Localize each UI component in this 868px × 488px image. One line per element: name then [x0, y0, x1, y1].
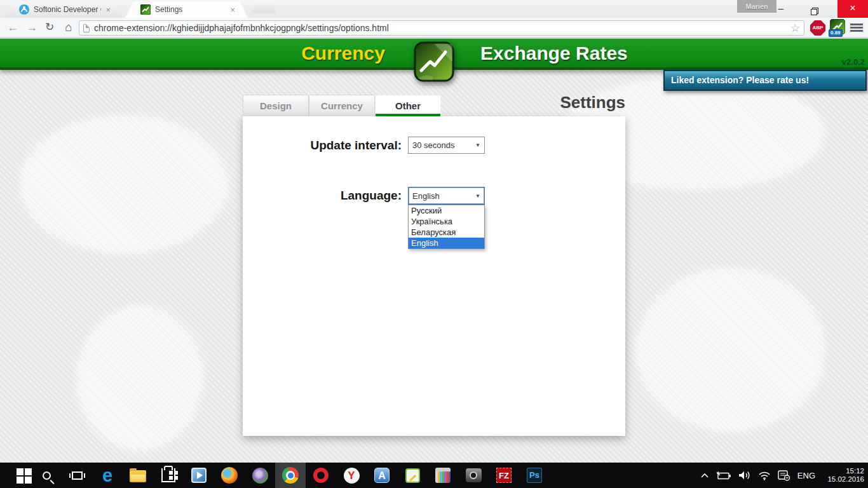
clock-date: 15.02.2016: [822, 475, 864, 484]
tab-close-icon[interactable]: ×: [105, 6, 111, 14]
battery-icon[interactable]: [716, 471, 731, 480]
action-center-icon[interactable]: [778, 470, 790, 481]
restore-icon: [811, 9, 817, 15]
tab-title: Softonic Developer Center: [34, 5, 101, 14]
taskbar-media-player[interactable]: [184, 463, 214, 488]
page-icon: [83, 24, 90, 32]
wifi-icon[interactable]: [758, 471, 771, 480]
tray-expand-chevron-icon[interactable]: [700, 472, 709, 478]
taskbar-clock[interactable]: 15:12 15.02.2016: [822, 467, 864, 484]
browser-tab-settings[interactable]: Settings ×: [125, 1, 248, 18]
volume-icon[interactable]: [738, 470, 751, 480]
map-decoration: [19, 114, 229, 254]
opera-icon: [313, 468, 329, 483]
minimize-button[interactable]: –: [766, 0, 796, 18]
photoshop-icon: Ps: [527, 468, 542, 483]
taskbar-opera[interactable]: [306, 463, 336, 488]
tab-title: Settings: [155, 5, 226, 14]
media-player-icon: [191, 468, 207, 483]
start-button[interactable]: [1, 463, 31, 488]
banner-title-currency: Currency: [280, 43, 407, 64]
browser-menu-icon[interactable]: [850, 24, 863, 32]
globe-browser-icon: [252, 468, 268, 484]
taskbar-avant[interactable]: A: [367, 463, 397, 488]
taskbar-windows-store[interactable]: [153, 463, 184, 488]
home-icon[interactable]: ⌂: [60, 18, 78, 37]
update-interval-value: 30 seconds: [412, 140, 455, 150]
map-decoration: [76, 305, 203, 451]
chevron-down-icon: ▼: [475, 193, 480, 199]
update-interval-label: Update interval:: [249, 139, 402, 152]
currency-app-icon: [414, 41, 454, 82]
browser-titlebar: Softonic Developer Center × Settings × M…: [0, 0, 868, 18]
softonic-favicon: [19, 4, 29, 15]
tab-currency[interactable]: Currency: [309, 95, 374, 116]
taskbar-tor-browser[interactable]: [245, 463, 275, 488]
banner-title-exchange-rates: Exchange Rates: [480, 43, 628, 64]
update-interval-select[interactable]: 30 seconds ▼: [408, 137, 485, 154]
chrome-icon: [282, 467, 299, 484]
browser-toolbar: ← → ↻ ⌂ chrome-extension://kghiedijjdpha…: [0, 18, 868, 38]
chevron-down-icon: ▼: [475, 142, 480, 148]
language-select[interactable]: English ▼: [408, 187, 485, 205]
map-decoration: [635, 267, 826, 432]
settings-page-title: Settings: [445, 93, 625, 112]
taskbar-file-explorer[interactable]: [123, 463, 153, 488]
adblock-plus-icon[interactable]: ABP: [810, 20, 825, 36]
tab-other[interactable]: Other: [376, 95, 440, 116]
taskbar-filezilla[interactable]: FZ: [489, 463, 519, 488]
extension-rate-badge: 0.89: [829, 29, 843, 37]
language-option[interactable]: Беларуская: [409, 227, 484, 238]
yandex-icon: Y: [344, 468, 360, 484]
taskbar-capture-tool[interactable]: [428, 463, 458, 488]
windows-taskbar: e Y A FZ Ps: [0, 463, 868, 488]
browser-tab-softonic[interactable]: Softonic Developer Center ×: [4, 1, 123, 18]
taskbar-firefox[interactable]: [214, 463, 245, 488]
screen: Softonic Developer Center × Settings × M…: [0, 0, 868, 488]
language-option[interactable]: Українська: [409, 216, 484, 227]
close-window-button[interactable]: ×: [837, 0, 868, 18]
task-view-icon: [72, 471, 83, 480]
taskbar-camera-tool[interactable]: [458, 463, 489, 488]
taskbar-notepad[interactable]: [397, 463, 428, 488]
bookmark-star-icon[interactable]: ☆: [790, 22, 800, 35]
taskbar-chrome-active[interactable]: [275, 463, 306, 488]
language-label: Language:: [249, 189, 402, 203]
clock-time: 15:12: [822, 467, 864, 476]
settings-panel: Update interval: 30 seconds ▼ Language: …: [243, 116, 625, 436]
taskbar-search-button[interactable]: [31, 463, 62, 488]
extension-options-page: Currency Exchange Rates v2.0.2 Liked ext…: [0, 38, 868, 463]
language-option[interactable]: Русский: [409, 205, 484, 216]
taskbar-photoshop[interactable]: Ps: [519, 463, 550, 488]
rate-us-banner[interactable]: Liked extension? Please rate us!: [663, 70, 867, 91]
language-option-selected[interactable]: English: [409, 238, 484, 248]
language-value: English: [412, 191, 440, 201]
task-view-button[interactable]: [62, 463, 92, 488]
taskbar-yandex[interactable]: Y: [336, 463, 367, 488]
edge-icon: e: [102, 467, 112, 484]
url-text[interactable]: chrome-extension://kghiedijjdphajajfofmb…: [94, 23, 786, 33]
tab-design[interactable]: Design: [243, 95, 308, 116]
new-tab-button[interactable]: [252, 3, 276, 13]
address-bar[interactable]: chrome-extension://kghiedijjdphajajfofmb…: [79, 20, 804, 36]
search-icon: [43, 471, 51, 480]
extension-favicon: [140, 4, 151, 15]
tab-close-icon[interactable]: ×: [230, 6, 235, 14]
version-label: v2.0.2: [842, 57, 865, 67]
back-icon[interactable]: ←: [4, 18, 22, 37]
keyboard-language-indicator[interactable]: ENG: [797, 471, 815, 480]
store-icon: [161, 468, 175, 482]
windows-logo-icon: [17, 468, 24, 475]
reload-icon[interactable]: ↻: [41, 18, 58, 37]
filezilla-icon: FZ: [496, 468, 512, 483]
camera-icon: [466, 468, 482, 482]
restore-button[interactable]: [799, 0, 829, 18]
system-tray: ENG 15:12 15.02.2016: [700, 463, 864, 488]
taskbar-edge[interactable]: e: [92, 463, 123, 488]
file-explorer-icon: [130, 470, 146, 482]
notepad-icon: [405, 468, 420, 483]
avant-icon: A: [374, 468, 390, 483]
language-dropdown-list: Русский Українська Беларуская English: [408, 205, 485, 249]
test-pattern-icon: [435, 468, 451, 483]
forward-icon[interactable]: →: [23, 18, 41, 37]
